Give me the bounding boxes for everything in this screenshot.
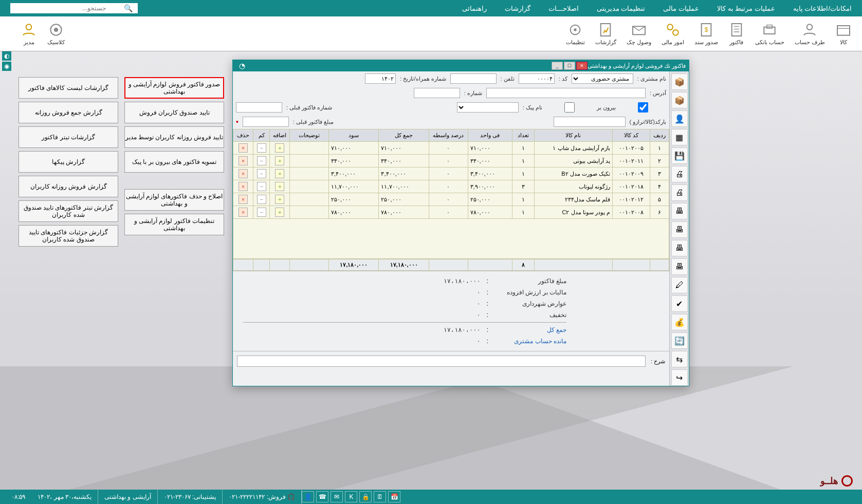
minus-icon[interactable]: −: [257, 182, 266, 191]
menu-item[interactable]: عملیات مرتبط به کالا: [717, 5, 775, 12]
ribbon-btn[interactable]: کالا: [835, 22, 852, 46]
sidebar-icon[interactable]: 🖨: [671, 184, 688, 201]
delete-icon[interactable]: ×: [239, 156, 248, 165]
maximize-icon[interactable]: ☐: [564, 62, 575, 70]
col-header[interactable]: تعداد: [512, 129, 535, 142]
status-icon[interactable]: ☎: [316, 491, 328, 502]
tile[interactable]: گزارش پیکها: [19, 151, 118, 173]
tile[interactable]: گزارش جمع فروش روزانه: [19, 102, 118, 123]
minus-icon[interactable]: −: [257, 143, 266, 153]
ribbon-btn[interactable]: گزارشات: [595, 22, 616, 46]
code-input[interactable]: [519, 73, 555, 84]
grand-total-link[interactable]: جمع کل: [494, 326, 566, 333]
sidebar-icon[interactable]: 💾: [671, 147, 688, 164]
tile[interactable]: تنظیمات فاکتور لوازم آرایشی و بهداشتی: [124, 214, 224, 235]
plus-icon[interactable]: +: [275, 143, 284, 153]
status-icon[interactable]: ✉: [331, 491, 343, 502]
minus-icon[interactable]: −: [257, 169, 266, 178]
search-icon[interactable]: 🔍: [124, 4, 133, 12]
col-header[interactable]: جمع کل: [379, 129, 429, 142]
tile[interactable]: گزارشات لیست کالاهای فاکتور: [19, 77, 118, 99]
delete-icon[interactable]: ×: [239, 208, 248, 217]
tile[interactable]: اصلاح و حذف فاکتورهای لوازم آرایشی و بهد…: [124, 189, 224, 211]
col-header[interactable]: نام کالا: [535, 129, 612, 142]
status-icon[interactable]: 🔒: [359, 491, 372, 502]
tile[interactable]: گزارش فروش روزانه کاربران: [19, 176, 118, 197]
close-icon[interactable]: ✕: [576, 62, 588, 70]
prevno-input[interactable]: [236, 102, 282, 113]
minus-icon[interactable]: −: [257, 195, 266, 204]
ribbon-btn[interactable]: طرف حساب: [795, 22, 825, 46]
minimize-icon[interactable]: _: [552, 62, 563, 70]
customer-select[interactable]: مشتری حضوری: [572, 73, 633, 84]
ribbon-btn[interactable]: تنظیمات: [566, 22, 585, 46]
tile[interactable]: تایید فروش روزانه کاربران توسط مدیر: [124, 126, 224, 148]
sidebar-icon[interactable]: 🖨: [671, 166, 688, 182]
sidebar-icon[interactable]: 📦: [671, 92, 688, 108]
menu-item[interactable]: امکانات/اطلاعات پایه: [793, 5, 852, 12]
table-row[interactable]: ۵۰۰۱۰۲۰۱۲قلم ماسک مدل۲۳۴۱۲۵۰,۰۰۰۰۲۵۰,۰۰۰…: [233, 193, 669, 206]
menu-item[interactable]: اصلاحـــات: [548, 5, 579, 12]
plus-icon[interactable]: +: [275, 195, 284, 204]
ribbon-btn-admin[interactable]: مدیر: [21, 22, 37, 46]
table-row[interactable]: ۶۰۰۱۰۲۰۰۸م پودر سونا مدل C۲۱۷۸۰,۰۰۰۰۷۸۰,…: [233, 206, 669, 219]
delete-icon[interactable]: ×: [239, 195, 248, 204]
delete-icon[interactable]: ×: [239, 182, 248, 191]
sidebar-icon[interactable]: 🖊: [671, 277, 688, 293]
menu-item[interactable]: عملیات مالی: [663, 5, 699, 12]
exit-icon[interactable]: ↪: [671, 369, 688, 386]
minus-icon[interactable]: −: [257, 208, 266, 217]
sidebar-icon[interactable]: 🖶: [671, 221, 688, 238]
barcode-input[interactable]: [554, 117, 626, 127]
courier-select[interactable]: [457, 102, 519, 113]
sidebar-icon[interactable]: 🖶: [671, 258, 688, 275]
table-row[interactable]: ۴۰۰۱۰۲۰۱۸رژگونه لیوتاب۳۳,۹۰۰,۰۰۰۰۱۱,۷۰۰,…: [233, 180, 669, 193]
minus-icon[interactable]: −: [257, 156, 266, 165]
panel-toggle-icon[interactable]: ◉: [2, 62, 11, 71]
sidebar-icon[interactable]: 🔄: [671, 332, 688, 349]
plus-icon[interactable]: +: [275, 169, 284, 178]
ribbon-btn[interactable]: $صدور سند: [694, 22, 718, 46]
sidebar-icon[interactable]: 👤: [671, 110, 688, 127]
date-input[interactable]: [365, 73, 396, 84]
status-icon[interactable]: 📅: [388, 491, 400, 502]
col-header[interactable]: کم: [253, 129, 270, 142]
sidebar-icon[interactable]: 🖶: [671, 240, 688, 256]
sidebar-icon[interactable]: ✔: [671, 295, 688, 312]
col-header[interactable]: فی واحد: [468, 129, 512, 142]
ribbon-btn-classic[interactable]: کلاسیک: [47, 22, 65, 46]
status-icon[interactable]: K: [345, 491, 357, 502]
table-row[interactable]: ۱۰۰۱۰۲۰۰۵بازم آرایشی مدل شاپ ۱۱۷۱۰,۰۰۰۰۷…: [233, 142, 669, 155]
tile[interactable]: گزارش تیتر فاکتورهای تایید صندوق شده کار…: [19, 200, 118, 222]
sidebar-icon[interactable]: 📦: [671, 73, 688, 90]
sidebar-icon[interactable]: ▦: [671, 129, 688, 145]
ribbon-btn[interactable]: فاکتور: [728, 22, 745, 46]
status-icon[interactable]: 🗓: [374, 491, 386, 502]
delete-icon[interactable]: ×: [239, 143, 248, 153]
col-header[interactable]: حذف: [233, 129, 253, 142]
col-header[interactable]: ردیف: [650, 129, 669, 142]
menu-item[interactable]: راهنمائی: [462, 5, 487, 12]
plus-icon[interactable]: +: [275, 156, 284, 165]
col-header[interactable]: سود: [329, 129, 379, 142]
tile[interactable]: تسویه فاکتور های بیرون بر با پیک: [124, 151, 224, 173]
ribbon-btn[interactable]: وصول چک: [627, 22, 651, 46]
status-icon[interactable]: 👤: [302, 491, 314, 502]
plus-icon[interactable]: +: [275, 208, 284, 217]
balance-link[interactable]: مانده حساب مشتری: [494, 338, 566, 345]
search-input[interactable]: [13, 5, 106, 12]
ribbon-btn[interactable]: امور مالی: [662, 22, 684, 46]
courier-checkbox[interactable]: [546, 102, 593, 113]
tile[interactable]: گزارشات تیتر فاکتور: [19, 126, 118, 148]
tile-issue-invoice[interactable]: صدور فاکتور فروش لوازم آرایشی و بهداشتی: [124, 77, 224, 99]
delete-icon[interactable]: ×: [239, 169, 248, 178]
out-checkbox[interactable]: [620, 102, 666, 113]
invoice-titlebar[interactable]: فاکتور تك فروشی لوازم آرایشی و بهداشتی _…: [233, 60, 689, 71]
table-row[interactable]: ۳۰۰۱۰۲۰۰۹تکیک صورت مدل B۲۱۳,۴۰۰,۰۰۰۰۳,۴۰…: [233, 167, 669, 180]
col-header[interactable]: درصد واسطه: [429, 129, 468, 142]
invoice-grid[interactable]: ردیفکد کالانام کالاتعدادفی واحددرصد واسط…: [233, 129, 669, 219]
ribbon-btn[interactable]: حساب بانکی: [755, 22, 784, 46]
sidebar-icon[interactable]: ⇆: [671, 351, 688, 367]
tel-input[interactable]: [450, 73, 497, 84]
number-input[interactable]: [414, 88, 460, 98]
